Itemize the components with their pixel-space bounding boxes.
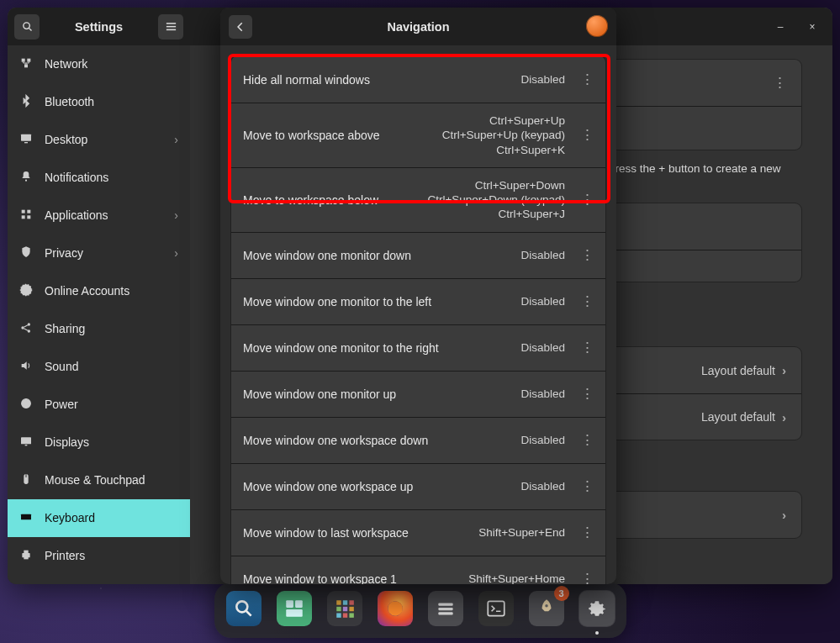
workspaces-icon — [283, 598, 305, 619]
shortcut-row[interactable]: Move window to last workspaceShift+Super… — [231, 509, 605, 556]
shortcut-row[interactable]: Move window one monitor downDisabled⋮ — [231, 232, 605, 278]
sidebar-item-power[interactable]: Power — [8, 386, 190, 424]
shortcut-label: Move window one monitor up — [243, 387, 512, 401]
shortcut-list: Hide all normal windowsDisabled⋮Move to … — [230, 55, 606, 584]
kebab-icon[interactable]: ⋮ — [580, 570, 594, 584]
shortcut-row[interactable]: Hide all normal windowsDisabled⋮ — [231, 56, 605, 103]
shortcut-row[interactable]: Move to workspace belowCtrl+Super+Down C… — [231, 167, 605, 232]
chevron-right-icon: › — [782, 410, 786, 424]
svg-rect-38 — [336, 607, 341, 611]
kebab-icon[interactable]: ⋮ — [580, 71, 594, 88]
sidebar-item-label: Sharing — [45, 322, 85, 335]
displays-icon — [19, 435, 33, 451]
svg-point-10 — [25, 179, 27, 181]
sidebar-item-label: Notifications — [45, 171, 108, 184]
kebab-icon[interactable]: ⋮ — [580, 126, 594, 144]
sidebar-item-mouse-touchpad[interactable]: Mouse & Touchpad — [8, 461, 190, 499]
kebab-icon[interactable]: ⋮ — [580, 385, 594, 403]
kebab-icon[interactable]: ⋮ — [580, 431, 594, 449]
svg-rect-32 — [286, 600, 293, 608]
sidebar-item-printers[interactable]: Printers — [8, 537, 190, 575]
dock-item-apps[interactable] — [327, 591, 362, 626]
kebab-icon[interactable]: ⋮ — [773, 74, 786, 92]
dialog-header: Navigation — [220, 8, 616, 45]
rocket-icon — [536, 598, 557, 619]
sidebar-item-displays[interactable]: Displays — [8, 424, 190, 461]
dialog-close-button[interactable] — [586, 15, 608, 37]
shortcut-row[interactable]: Move window one monitor upDisabled⋮ — [231, 371, 605, 417]
svg-rect-11 — [22, 209, 25, 213]
svg-rect-3 — [166, 26, 175, 28]
sidebar-item-online-accounts[interactable]: Online Accounts — [8, 272, 190, 310]
shortcut-label: Hide all normal windows — [243, 73, 512, 87]
online-accounts-icon — [19, 283, 33, 299]
desktop-icon — [19, 132, 33, 148]
shortcut-row[interactable]: Move window to workspace 1Shift+Super+Ho… — [231, 556, 605, 584]
dock-item-settings[interactable] — [579, 591, 615, 626]
svg-rect-13 — [22, 215, 25, 219]
svg-rect-22 — [21, 437, 31, 444]
dock-item-terminal[interactable] — [478, 591, 514, 626]
sidebar-item-desktop[interactable]: Desktop› — [8, 121, 190, 159]
app-title: Settings — [40, 20, 158, 34]
shortcut-value: Disabled — [520, 248, 565, 262]
magnifier-icon — [233, 598, 255, 619]
chevron-right-icon: › — [174, 208, 178, 222]
svg-line-1 — [29, 28, 31, 30]
minimize-button[interactable]: – — [765, 8, 795, 45]
svg-point-0 — [23, 23, 29, 29]
svg-rect-40 — [349, 607, 353, 611]
svg-rect-39 — [342, 607, 346, 611]
svg-rect-45 — [438, 603, 452, 606]
kebab-icon[interactable]: ⋮ — [580, 477, 594, 495]
menu-button[interactable] — [158, 14, 183, 40]
chevron-right-icon: › — [782, 363, 786, 377]
svg-point-30 — [236, 601, 247, 612]
sidebar-item-applications[interactable]: Applications› — [8, 197, 190, 235]
terminal-icon — [485, 598, 507, 619]
close-button[interactable]: × — [797, 8, 827, 45]
kebab-icon[interactable]: ⋮ — [580, 293, 594, 310]
sidebar-item-sharing[interactable]: Sharing — [8, 310, 190, 348]
shortcut-row[interactable]: Move to workspace aboveCtrl+Super+Up Ctr… — [231, 103, 605, 167]
sidebar-item-privacy[interactable]: Privacy› — [8, 235, 190, 272]
svg-rect-35 — [336, 600, 341, 604]
sidebar-item-bluetooth[interactable]: Bluetooth — [8, 83, 190, 121]
kebab-icon[interactable]: ⋮ — [580, 339, 594, 356]
shortcut-label: Move window one monitor to the right — [243, 341, 512, 355]
gear-icon — [586, 598, 608, 619]
shortcut-row[interactable]: Move window one workspace downDisabled⋮ — [231, 417, 605, 463]
search-icon — [21, 20, 34, 33]
sidebar-item-sound[interactable]: Sound — [8, 348, 190, 386]
shortcut-value: Disabled — [520, 479, 565, 493]
shortcut-row[interactable]: Move window one monitor to the leftDisab… — [231, 278, 605, 324]
kebab-icon[interactable]: ⋮ — [580, 246, 594, 264]
dock-item-search[interactable] — [226, 591, 262, 626]
shortcut-value: Disabled — [520, 294, 565, 308]
sidebar-item-network[interactable]: Network — [8, 45, 190, 83]
dialog-body: Hide all normal windowsDisabled⋮Move to … — [220, 45, 616, 584]
sound-icon — [19, 359, 33, 375]
svg-line-31 — [246, 611, 251, 616]
back-button[interactable] — [229, 15, 252, 39]
svg-rect-4 — [166, 29, 175, 31]
sharing-icon — [19, 321, 33, 337]
kebab-icon[interactable]: ⋮ — [580, 524, 594, 541]
svg-rect-36 — [342, 600, 346, 604]
dock-item-updates[interactable]: 3 — [529, 591, 564, 626]
svg-point-16 — [20, 284, 31, 295]
dock-item-firefox[interactable] — [378, 591, 413, 626]
search-button[interactable] — [14, 14, 40, 40]
printers-icon — [19, 548, 33, 564]
shortcut-row[interactable]: Move window one monitor to the rightDisa… — [231, 324, 605, 371]
shortcut-value: Ctrl+Super+Up Ctrl+Super+Up (keypad) Ctr… — [442, 113, 565, 157]
shortcut-row[interactable]: Move window one workspace upDisabled⋮ — [231, 463, 605, 509]
sidebar-item-keyboard[interactable]: Keyboard — [8, 499, 190, 537]
svg-rect-7 — [24, 64, 28, 67]
sidebar-item-notifications[interactable]: Notifications — [8, 159, 190, 197]
kebab-icon[interactable]: ⋮ — [580, 191, 594, 208]
dock-item-files[interactable] — [428, 591, 463, 626]
svg-rect-2 — [166, 23, 175, 24]
dock-item-workspaces[interactable] — [277, 591, 312, 626]
row-value: Layout default — [701, 410, 775, 424]
